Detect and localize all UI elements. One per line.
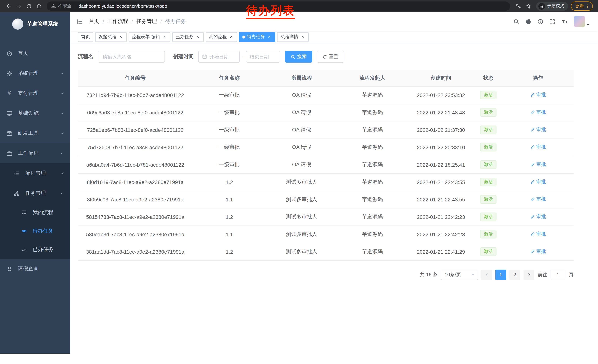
status-badge: 激活: [480, 126, 497, 134]
tag-close-icon[interactable]: ×: [162, 34, 167, 40]
table-row: 73211d9d-7b9b-11ec-b5b7-acde48001122 一级审…: [78, 86, 573, 104]
approve-link[interactable]: 审批: [530, 179, 546, 185]
user-menu[interactable]: [574, 16, 590, 27]
cell-starter: 芋道源码: [337, 226, 407, 243]
sidebar-item-my-process[interactable]: 我的流程: [0, 203, 70, 222]
fullscreen-icon[interactable]: [549, 18, 555, 25]
pen-icon: [530, 145, 535, 150]
search-button[interactable]: 搜索: [285, 51, 312, 63]
cell-create-time: 2022-01-21 22:41:29: [407, 243, 474, 260]
sidebar-item-infra[interactable]: 基础设施: [0, 103, 70, 123]
table-body: 73211d9d-7b9b-11ec-b5b7-acde48001122 一级审…: [78, 86, 573, 260]
security-warning-icon[interactable]: [51, 4, 56, 8]
cell-starter: 芋道源码: [337, 191, 407, 208]
cell-status: 激活: [474, 191, 502, 208]
status-badge: 激活: [480, 247, 497, 256]
help-icon[interactable]: ?: [537, 18, 544, 25]
goto-page-input[interactable]: [551, 269, 565, 280]
tag[interactable]: 流程表单-编辑 ×: [129, 32, 170, 42]
search-icon[interactable]: [513, 18, 519, 25]
chevron-down-icon: [60, 131, 65, 136]
cell-actions: 审批: [502, 208, 573, 226]
approve-link[interactable]: 审批: [530, 92, 546, 98]
tag-close-icon[interactable]: ×: [229, 34, 234, 40]
todo-table: 任务编号 任务名称 所属流程 流程发起人 创建时间 状态 操作: [78, 70, 573, 260]
list-icon: [13, 170, 20, 177]
tag[interactable]: 流程详情 ×: [277, 32, 309, 42]
approve-link[interactable]: 审批: [530, 213, 546, 220]
sidebar-item-workflow[interactable]: 工作流程: [0, 143, 70, 163]
breadcrumb-workflow[interactable]: 工作流程: [108, 18, 128, 25]
font-size-icon[interactable]: TT: [561, 18, 568, 25]
sidebar-item-process-mgmt[interactable]: 流程管理: [0, 163, 70, 183]
approve-link[interactable]: 审批: [530, 144, 546, 151]
process-name-input[interactable]: [98, 51, 165, 63]
pen-icon: [530, 232, 535, 237]
sidebar-item-system[interactable]: 系统管理: [0, 63, 70, 83]
browser-update-button[interactable]: 更新: [571, 1, 593, 11]
tag[interactable]: 待办任务 ×: [239, 32, 275, 42]
tag[interactable]: 首页 ×: [78, 32, 93, 42]
approve-link[interactable]: 审批: [530, 196, 546, 203]
sidebar-logo[interactable]: 芋道管理系统: [0, 12, 70, 36]
sidebar-item-payment[interactable]: ¥ 支付管理: [0, 83, 70, 103]
approve-link[interactable]: 审批: [530, 126, 546, 133]
browser-back-icon[interactable]: [4, 1, 14, 11]
tag-close-icon[interactable]: ×: [300, 34, 305, 40]
breadcrumb: 首页 / 工作流程 / 任务管理 / 待办任务: [89, 18, 186, 25]
cell-task-id: 069c6a63-7b8a-11ec-8ef0-acde48001122: [78, 104, 193, 121]
breadcrumb-task-mgmt[interactable]: 任务管理: [136, 18, 157, 25]
end-date-picker[interactable]: [246, 51, 280, 63]
reset-button[interactable]: 重置: [317, 51, 344, 63]
approve-link[interactable]: 审批: [530, 161, 546, 168]
sidebar-collapse-icon[interactable]: [76, 18, 83, 25]
sidebar-item-home[interactable]: 首页: [0, 43, 70, 63]
user-menu-caret-icon[interactable]: [587, 24, 590, 25]
password-key-icon[interactable]: [513, 1, 523, 11]
page-button-1[interactable]: 1: [495, 269, 506, 280]
bookmark-star-icon[interactable]: [523, 1, 533, 11]
prev-page-button[interactable]: [481, 269, 492, 280]
cell-task-name: 1.1: [193, 226, 266, 243]
github-icon[interactable]: [525, 18, 532, 25]
start-date-input[interactable]: [209, 54, 236, 59]
tag-label: 我的流程: [209, 34, 227, 40]
approve-link[interactable]: 审批: [530, 109, 546, 116]
tag-close-icon[interactable]: ×: [118, 34, 123, 40]
cell-create-time: 2022-01-22 21:48:48: [407, 104, 474, 121]
breadcrumb-home[interactable]: 首页: [89, 18, 99, 25]
browser-refresh-icon[interactable]: [24, 1, 34, 11]
browser-home-icon[interactable]: [34, 1, 44, 11]
page-size-select[interactable]: 10条/页: [441, 269, 478, 280]
sidebar-item-done-task[interactable]: 已办任务: [0, 240, 70, 259]
next-page-button[interactable]: [523, 269, 534, 280]
sidebar-item-label: 请假查询: [18, 266, 39, 272]
eye-icon: [21, 228, 27, 235]
sidebar-item-task-mgmt[interactable]: 任务管理: [0, 183, 70, 203]
approve-link[interactable]: 审批: [530, 248, 546, 255]
user-avatar[interactable]: [574, 16, 585, 27]
sidebar-item-leave-query[interactable]: 请假查询: [0, 259, 70, 279]
cell-status: 激活: [474, 121, 502, 138]
tag[interactable]: 我的流程 ×: [206, 32, 237, 42]
tag-close-icon[interactable]: ×: [267, 34, 272, 40]
table-row: 58154733-7ac8-11ec-a9e2-a2380e71991a 1.2…: [78, 208, 573, 226]
cell-status: 激活: [474, 226, 502, 243]
cell-task-id: 73211d9d-7b9b-11ec-b5b7-acde48001122: [78, 86, 193, 104]
end-date-input[interactable]: [249, 54, 276, 59]
tag[interactable]: 已办任务 ×: [172, 32, 204, 42]
tag[interactable]: 发起流程 ×: [95, 32, 127, 42]
cell-actions: 审批: [502, 121, 573, 138]
approve-link[interactable]: 审批: [530, 231, 546, 238]
start-date-picker[interactable]: [198, 51, 240, 63]
date-range-separator: -: [242, 54, 244, 60]
tag-close-icon[interactable]: ×: [195, 34, 200, 40]
cell-create-time: 2022-01-21 22:43:55: [407, 173, 474, 191]
table-row: 8f059c03-7ac8-11ec-a9e2-a2380e71991a 1.1…: [78, 191, 573, 208]
sidebar-item-todo-task[interactable]: 待办任务: [0, 222, 70, 240]
browser-forward-icon[interactable]: [14, 1, 24, 11]
page-button-2[interactable]: 2: [509, 269, 520, 280]
sidebar-item-devtools[interactable]: 研发工具: [0, 123, 70, 143]
sidebar-item-label: 研发工具: [18, 130, 39, 137]
cell-create-time: 2022-01-21 22:42:23: [407, 208, 474, 226]
